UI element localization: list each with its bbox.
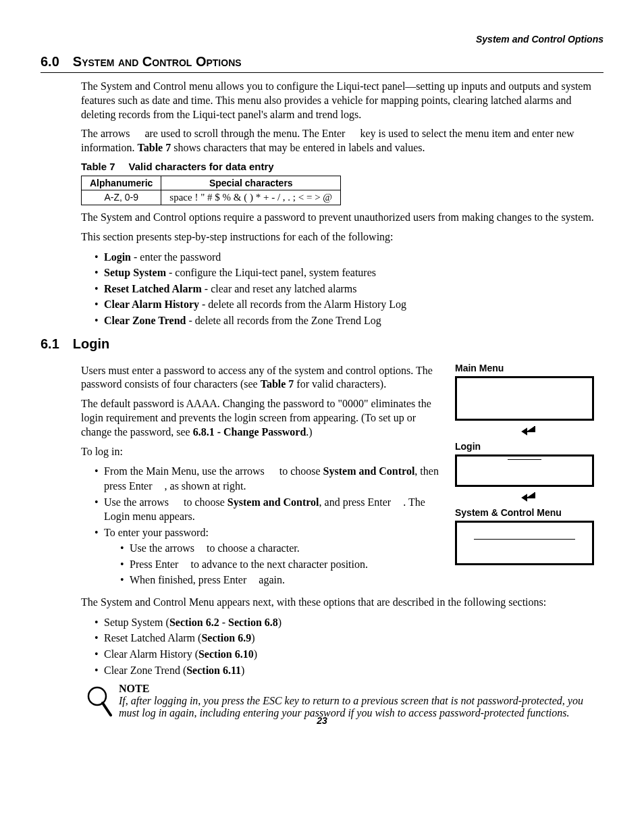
- list-item: Use the arrows to choose System and Cont…: [95, 495, 441, 524]
- side-title-main-menu: Main Menu: [455, 363, 603, 373]
- th-alphanumeric: Alphanumeric: [82, 176, 161, 190]
- heading-title: Login: [73, 336, 109, 352]
- list-item: Setup System - configure the Liqui-tect …: [95, 265, 603, 280]
- heading-6-1: 6.1 Login: [41, 336, 603, 352]
- list-item: Clear Alarm History - delete all records…: [95, 297, 603, 312]
- magnifier-icon: [86, 685, 112, 718]
- heading-6-0: 6.0 System and Control Options: [41, 54, 603, 73]
- table7-valid-characters: Alphanumeric Special characters A-Z, 0-9…: [81, 176, 341, 205]
- svg-line-1: [103, 703, 111, 715]
- list-item: Reset Latched Alarm (Section 6.9): [95, 631, 603, 646]
- list-item: Clear Alarm History (Section 6.10): [95, 647, 603, 662]
- screen-sys-ctrl: [455, 521, 594, 565]
- list-item: Clear Zone Trend (Section 6.11): [95, 663, 603, 678]
- para-password-note: The System and Control options require a…: [81, 211, 603, 225]
- para-intro: The System and Control menu allows you t…: [81, 80, 603, 122]
- td-special-chars: space ! " # $ % & ( ) * + - / , . ; < = …: [161, 190, 341, 205]
- para-keys: The arrows are used to scroll through th…: [81, 127, 603, 155]
- para-login-intro: Users must enter a password to access an…: [81, 364, 441, 392]
- th-special-chars: Special characters: [161, 176, 341, 190]
- side-title-sys-ctrl: System & Control Menu: [455, 507, 603, 518]
- heading-title: System and Control Options: [73, 54, 242, 70]
- list-item: Login - enter the password: [95, 250, 603, 265]
- list-item: Use the arrowsto choose a character.: [120, 541, 441, 556]
- note-block: NOTE If, after logging in, you press the…: [81, 683, 603, 719]
- table7-caption: Table 7 Valid characters for data entry: [81, 161, 603, 173]
- side-title-login: Login: [455, 441, 603, 452]
- enter-arrow-icon: [521, 425, 537, 437]
- sections-list: Setup System (Section 6.2 - Section 6.8)…: [95, 615, 603, 677]
- login-steps-list: From the Main Menu, use the arrows to ch…: [95, 464, 441, 588]
- page-number: 23: [0, 715, 644, 726]
- para-list-intro: This section presents step-by-step instr…: [81, 230, 603, 244]
- list-item: Press Enterto advance to the next charac…: [120, 557, 441, 572]
- list-item: From the Main Menu, use the arrows to ch…: [95, 464, 441, 493]
- enter-arrow-icon: [521, 491, 537, 503]
- heading-num: 6.0: [41, 54, 59, 70]
- para-menu-next: The System and Control Menu appears next…: [81, 596, 603, 610]
- running-head: System and Control Options: [41, 34, 603, 45]
- system-control-list: Login - enter the password Setup System …: [95, 250, 603, 328]
- note-label: NOTE: [119, 683, 603, 695]
- list-item: To enter your password: Use the arrowsto…: [95, 525, 441, 588]
- side-diagram: Main Menu Login System & Control Menu: [455, 359, 603, 565]
- para-to-login: To log in:: [81, 445, 441, 459]
- screen-main-menu: [455, 376, 594, 421]
- list-item: Clear Zone Trend - delete all records fr…: [95, 313, 603, 328]
- td-alphanumeric: A-Z, 0-9: [82, 190, 161, 205]
- list-item: Reset Latched Alarm - clear and reset an…: [95, 282, 603, 296]
- screen-login: [455, 454, 594, 487]
- list-item: When finished, press Enteragain.: [120, 573, 441, 588]
- para-default-pw: The default password is AAAA. Changing t…: [81, 397, 441, 439]
- list-item: Setup System (Section 6.2 - Section 6.8): [95, 615, 603, 630]
- heading-num: 6.1: [41, 336, 59, 352]
